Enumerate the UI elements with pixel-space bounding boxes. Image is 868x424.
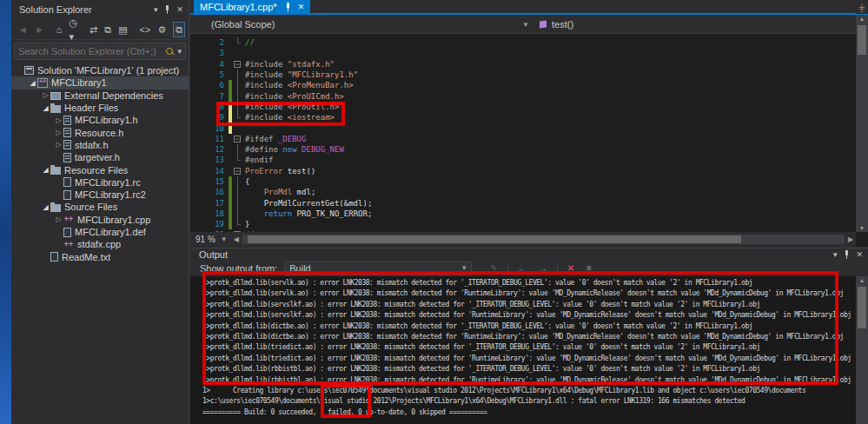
fold-collapse-icon[interactable]: – (234, 61, 241, 68)
tab-close-icon[interactable]: ✕ (298, 3, 305, 11)
tree-item-mfclibrary1-rc2[interactable]: MFCLibrary1.rc2 (11, 189, 189, 201)
tree-item-stdafx-h[interactable]: ▷stdafx.h (11, 139, 189, 151)
code-line-4[interactable]: 4–#include "stdafx.h" (190, 59, 856, 70)
output-line-6[interactable]: 1>protk_dllmd.lib(dictbe.ao) : error LNK… (202, 332, 856, 342)
tree-item-resource-h[interactable]: ▷Resource.h (11, 126, 189, 138)
output-line-2[interactable]: 1>protk_dllmd.lib(servlk.ao) : error LNK… (202, 288, 856, 299)
output-line-11[interactable]: 1> Creating library c:\users\iec070549\d… (202, 386, 856, 396)
tree-item-solution-mfclibrary1-1-project[interactable]: Solution 'MFCLibrary1' (1 project) (11, 64, 189, 76)
tree-item-source-files[interactable]: ◢Source Files (11, 201, 189, 213)
tree-item-mfclibrary1[interactable]: ◢MFCLibrary1 (11, 76, 189, 89)
output-line-10[interactable]: 1>protk_dllmd.lib(rbbistbl.ao) : error L… (202, 375, 856, 386)
clear-all-icon[interactable]: ✕ (567, 263, 574, 273)
code-line-17[interactable]: 17 ProMdlCurrentGet(&mdl); (190, 197, 856, 208)
output-line-5[interactable]: 1>protk_dllmd.lib(dictbe.ao) : error LNK… (202, 321, 856, 332)
splitter-handle-icon[interactable]: ╪ (856, 3, 868, 14)
fold-collapse-icon[interactable]: – (234, 136, 241, 142)
next-message-icon[interactable]: → (539, 263, 547, 273)
collapsed-arrow-icon[interactable]: ▷ (54, 141, 63, 149)
tree-item-targetver-h[interactable]: targetver.h (11, 151, 189, 163)
output-line-12[interactable]: 1>c:\users\iec070549\documents\visual st… (202, 396, 856, 407)
tree-item-stdafx-cpp[interactable]: ++stdafx.cpp (11, 238, 189, 250)
collapsed-arrow-icon[interactable]: ▷ (41, 91, 50, 99)
expanded-arrow-icon[interactable]: ◢ (41, 203, 50, 211)
collapse-all-icon[interactable]: ⧉ (104, 23, 111, 36)
output-vertical-scrollbar[interactable]: ▲ (856, 276, 868, 424)
properties-icon[interactable]: ▤ (118, 23, 127, 36)
tree-item-external-dependencies[interactable]: ▷External Dependencies (11, 89, 189, 102)
code-line-10[interactable]: 10 (190, 123, 856, 133)
home-icon[interactable]: ⌂ (56, 23, 63, 36)
output-scroll-up-icon[interactable]: ▲ (856, 277, 868, 283)
tree-item-mfclibrary1-def[interactable]: MFCLibrary1.def (11, 226, 189, 238)
expanded-arrow-icon[interactable]: ◢ (41, 166, 50, 174)
code-line-13[interactable]: 13#endif (190, 155, 856, 165)
solution-search-box[interactable]: ▾ (14, 43, 186, 60)
search-input[interactable] (18, 46, 165, 56)
code-line-12[interactable]: 12#define new DEBUG_NEW (190, 144, 856, 155)
back-icon[interactable]: ◄ (18, 23, 28, 36)
code-line-15[interactable]: 15{ (190, 176, 856, 187)
output-line-7[interactable]: 1>protk_dllmd.lib(triedict.ao) : error L… (202, 342, 856, 353)
sync-icon[interactable]: ⇄ (89, 23, 97, 36)
expanded-arrow-icon[interactable]: ◢ (41, 104, 50, 112)
tree-item-resource-files[interactable]: ◢Resource Files (11, 163, 189, 176)
fold-collapse-icon[interactable]: – (234, 168, 241, 175)
tree-item-mfclibrary1-h[interactable]: ▷MFCLibrary1.h (11, 114, 189, 126)
code-line-9[interactable]: 9#include <iostream> (190, 112, 856, 123)
editor-vertical-scrollbar[interactable]: ╪ ▲ ▼ (856, 15, 868, 232)
output-line-9[interactable]: 1>protk_dllmd.lib(rbbistbl.ao) : error L… (202, 364, 856, 374)
code-area[interactable]: 2//34–#include "stdafx.h"5#include "MFCL… (190, 35, 856, 232)
member-dropdown[interactable]: test() (536, 17, 852, 32)
view-code-icon[interactable]: <> (140, 23, 151, 36)
code-line-7[interactable]: 7#include <ProUICmd.h> (190, 90, 856, 101)
tree-item-header-files[interactable]: ◢Header Files (11, 102, 189, 114)
output-pin-icon[interactable] (844, 250, 850, 259)
zoom-dropdown[interactable]: 91 % ▼ (190, 235, 231, 244)
output-window-menu-icon[interactable]: ▾ (833, 250, 838, 259)
scroll-left-icon[interactable]: ◀ (231, 235, 242, 243)
code-line-19[interactable]: 19} (190, 219, 856, 229)
code-line-16[interactable]: 16 ProMdl mdl; (190, 187, 856, 197)
show-all-files-icon[interactable]: ⧉ (173, 22, 185, 37)
previous-message-icon[interactable]: ← (518, 263, 527, 273)
scroll-right-icon[interactable]: ▶ (845, 235, 856, 243)
scroll-up-icon[interactable]: ▲ (856, 16, 868, 22)
code-line-14[interactable]: 14–ProError test() (190, 166, 856, 176)
tab-mfclibrary1-cpp[interactable]: MFCLibrary1.cpp* ✕ (194, 0, 310, 14)
auto-hide-pin-icon[interactable] (164, 5, 170, 14)
window-position-menu-icon[interactable]: ▾ (154, 5, 158, 14)
scroll-down-icon[interactable]: ▼ (856, 225, 868, 231)
code-line-11[interactable]: 11–#ifdef _DEBUG (190, 134, 856, 144)
output-line-4[interactable]: 1>protk_dllmd.lib(servslkf.ao) : error L… (202, 310, 856, 321)
build-output-console[interactable]: 1>protk_dllmd.lib(servlk.ao) : error LNK… (190, 276, 856, 424)
word-wrap-icon[interactable]: ≡ (586, 263, 592, 273)
expanded-arrow-icon[interactable]: ◢ (28, 79, 37, 87)
output-source-dropdown[interactable]: Build ▼ (284, 262, 472, 275)
horizontal-scroll-thumb[interactable] (248, 235, 741, 243)
output-line-8[interactable]: 1>protk_dllmd.lib(triedict.ao) : error L… (202, 354, 856, 364)
close-panel-icon[interactable]: ✕ (176, 5, 183, 14)
output-line-1[interactable]: 1>protk_dllmd.lib(servlk.ao) : error LNK… (202, 278, 856, 288)
editor-horizontal-scrollbar[interactable] (242, 235, 845, 244)
tab-pin-icon[interactable] (285, 3, 291, 11)
code-line-2[interactable]: 2// (190, 37, 856, 48)
pending-changes-icon[interactable]: ◷ ▾ (69, 16, 77, 43)
tree-item-mfclibrary1-cpp[interactable]: ▷++MFCLibrary1.cpp (11, 214, 189, 226)
output-line-3[interactable]: 1>protk_dllmd.lib(servslkf.ao) : error L… (202, 300, 856, 310)
scope-dropdown[interactable]: (Global Scope) ▼ (194, 17, 533, 32)
collapsed-arrow-icon[interactable]: ▷ (54, 129, 63, 136)
code-line-8[interactable]: 8#include <ProUtil.h> (190, 102, 856, 112)
forward-icon[interactable]: ► (35, 23, 44, 36)
code-line-18[interactable]: 18 return PRO_TK_NO_ERROR; (190, 209, 856, 219)
output-close-icon[interactable]: ✕ (856, 250, 863, 259)
search-icon[interactable] (165, 47, 175, 56)
find-message-icon[interactable]: ✎ (490, 263, 497, 273)
collapsed-arrow-icon[interactable]: ▷ (54, 116, 63, 124)
tree-item-mfclibrary1-rc[interactable]: MFCLibrary1.rc (11, 176, 189, 189)
output-scroll-thumb[interactable] (858, 287, 866, 328)
output-line-13[interactable]: ========== Build: 0 succeeded, 1 failed,… (202, 407, 856, 418)
tree-item-readme-txt[interactable]: ReadMe.txt (11, 250, 189, 262)
search-options-icon[interactable]: ▾ (177, 47, 182, 56)
wrench-icon[interactable]: ⚙ (157, 23, 166, 36)
